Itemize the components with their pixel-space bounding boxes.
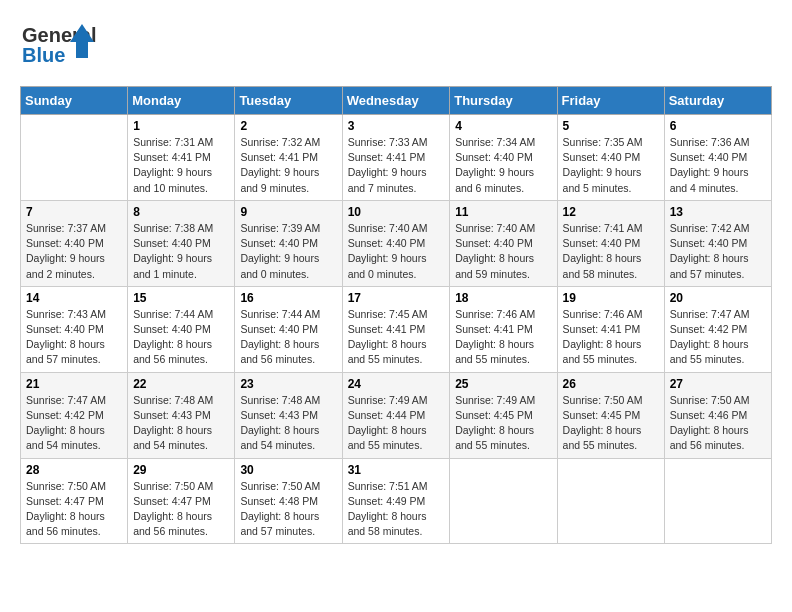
calendar-day-cell: 27Sunrise: 7:50 AMSunset: 4:46 PMDayligh… <box>664 372 771 458</box>
day-number: 12 <box>563 205 659 219</box>
day-info: Sunrise: 7:49 AMSunset: 4:45 PMDaylight:… <box>455 393 551 454</box>
day-number: 20 <box>670 291 766 305</box>
day-number: 22 <box>133 377 229 391</box>
day-info: Sunrise: 7:50 AMSunset: 4:47 PMDaylight:… <box>26 479 122 540</box>
calendar-week-row: 21Sunrise: 7:47 AMSunset: 4:42 PMDayligh… <box>21 372 772 458</box>
calendar-day-cell: 24Sunrise: 7:49 AMSunset: 4:44 PMDayligh… <box>342 372 450 458</box>
day-info: Sunrise: 7:42 AMSunset: 4:40 PMDaylight:… <box>670 221 766 282</box>
day-info: Sunrise: 7:47 AMSunset: 4:42 PMDaylight:… <box>26 393 122 454</box>
calendar-day-cell: 15Sunrise: 7:44 AMSunset: 4:40 PMDayligh… <box>128 286 235 372</box>
day-number: 30 <box>240 463 336 477</box>
day-info: Sunrise: 7:33 AMSunset: 4:41 PMDaylight:… <box>348 135 445 196</box>
page-header: GeneralBlue <box>20 20 772 70</box>
day-info: Sunrise: 7:51 AMSunset: 4:49 PMDaylight:… <box>348 479 445 540</box>
logo: GeneralBlue <box>20 20 100 70</box>
calendar-day-cell: 16Sunrise: 7:44 AMSunset: 4:40 PMDayligh… <box>235 286 342 372</box>
calendar-day-cell <box>664 458 771 544</box>
day-info: Sunrise: 7:41 AMSunset: 4:40 PMDaylight:… <box>563 221 659 282</box>
calendar-day-cell: 10Sunrise: 7:40 AMSunset: 4:40 PMDayligh… <box>342 200 450 286</box>
calendar-day-cell: 17Sunrise: 7:45 AMSunset: 4:41 PMDayligh… <box>342 286 450 372</box>
day-number: 16 <box>240 291 336 305</box>
day-info: Sunrise: 7:34 AMSunset: 4:40 PMDaylight:… <box>455 135 551 196</box>
day-number: 7 <box>26 205 122 219</box>
day-number: 6 <box>670 119 766 133</box>
calendar-day-cell <box>450 458 557 544</box>
day-info: Sunrise: 7:35 AMSunset: 4:40 PMDaylight:… <box>563 135 659 196</box>
calendar-day-cell: 19Sunrise: 7:46 AMSunset: 4:41 PMDayligh… <box>557 286 664 372</box>
day-number: 10 <box>348 205 445 219</box>
day-info: Sunrise: 7:40 AMSunset: 4:40 PMDaylight:… <box>455 221 551 282</box>
day-info: Sunrise: 7:32 AMSunset: 4:41 PMDaylight:… <box>240 135 336 196</box>
calendar-week-row: 7Sunrise: 7:37 AMSunset: 4:40 PMDaylight… <box>21 200 772 286</box>
day-number: 4 <box>455 119 551 133</box>
day-number: 15 <box>133 291 229 305</box>
calendar-day-cell: 22Sunrise: 7:48 AMSunset: 4:43 PMDayligh… <box>128 372 235 458</box>
day-of-week-header: Sunday <box>21 87 128 115</box>
day-number: 31 <box>348 463 445 477</box>
day-number: 11 <box>455 205 551 219</box>
day-number: 28 <box>26 463 122 477</box>
day-info: Sunrise: 7:46 AMSunset: 4:41 PMDaylight:… <box>455 307 551 368</box>
calendar-day-cell: 18Sunrise: 7:46 AMSunset: 4:41 PMDayligh… <box>450 286 557 372</box>
calendar-day-cell: 21Sunrise: 7:47 AMSunset: 4:42 PMDayligh… <box>21 372 128 458</box>
day-info: Sunrise: 7:39 AMSunset: 4:40 PMDaylight:… <box>240 221 336 282</box>
day-number: 21 <box>26 377 122 391</box>
day-info: Sunrise: 7:38 AMSunset: 4:40 PMDaylight:… <box>133 221 229 282</box>
day-info: Sunrise: 7:47 AMSunset: 4:42 PMDaylight:… <box>670 307 766 368</box>
calendar-day-cell: 6Sunrise: 7:36 AMSunset: 4:40 PMDaylight… <box>664 115 771 201</box>
calendar-week-row: 14Sunrise: 7:43 AMSunset: 4:40 PMDayligh… <box>21 286 772 372</box>
calendar-day-cell: 20Sunrise: 7:47 AMSunset: 4:42 PMDayligh… <box>664 286 771 372</box>
day-number: 9 <box>240 205 336 219</box>
day-number: 5 <box>563 119 659 133</box>
calendar-day-cell <box>557 458 664 544</box>
calendar-day-cell: 11Sunrise: 7:40 AMSunset: 4:40 PMDayligh… <box>450 200 557 286</box>
day-info: Sunrise: 7:48 AMSunset: 4:43 PMDaylight:… <box>240 393 336 454</box>
calendar-day-cell <box>21 115 128 201</box>
day-info: Sunrise: 7:49 AMSunset: 4:44 PMDaylight:… <box>348 393 445 454</box>
calendar-day-cell: 30Sunrise: 7:50 AMSunset: 4:48 PMDayligh… <box>235 458 342 544</box>
day-number: 2 <box>240 119 336 133</box>
day-of-week-header: Friday <box>557 87 664 115</box>
day-of-week-header: Wednesday <box>342 87 450 115</box>
calendar-day-cell: 28Sunrise: 7:50 AMSunset: 4:47 PMDayligh… <box>21 458 128 544</box>
calendar-table: SundayMondayTuesdayWednesdayThursdayFrid… <box>20 86 772 544</box>
day-number: 17 <box>348 291 445 305</box>
day-info: Sunrise: 7:46 AMSunset: 4:41 PMDaylight:… <box>563 307 659 368</box>
day-number: 1 <box>133 119 229 133</box>
day-number: 18 <box>455 291 551 305</box>
day-info: Sunrise: 7:44 AMSunset: 4:40 PMDaylight:… <box>133 307 229 368</box>
calendar-day-cell: 5Sunrise: 7:35 AMSunset: 4:40 PMDaylight… <box>557 115 664 201</box>
calendar-day-cell: 2Sunrise: 7:32 AMSunset: 4:41 PMDaylight… <box>235 115 342 201</box>
calendar-day-cell: 7Sunrise: 7:37 AMSunset: 4:40 PMDaylight… <box>21 200 128 286</box>
day-number: 8 <box>133 205 229 219</box>
calendar-day-cell: 29Sunrise: 7:50 AMSunset: 4:47 PMDayligh… <box>128 458 235 544</box>
day-info: Sunrise: 7:43 AMSunset: 4:40 PMDaylight:… <box>26 307 122 368</box>
day-number: 29 <box>133 463 229 477</box>
day-info: Sunrise: 7:50 AMSunset: 4:45 PMDaylight:… <box>563 393 659 454</box>
day-of-week-header: Monday <box>128 87 235 115</box>
day-number: 26 <box>563 377 659 391</box>
day-number: 23 <box>240 377 336 391</box>
day-info: Sunrise: 7:40 AMSunset: 4:40 PMDaylight:… <box>348 221 445 282</box>
calendar-day-cell: 4Sunrise: 7:34 AMSunset: 4:40 PMDaylight… <box>450 115 557 201</box>
calendar-day-cell: 13Sunrise: 7:42 AMSunset: 4:40 PMDayligh… <box>664 200 771 286</box>
day-number: 27 <box>670 377 766 391</box>
day-info: Sunrise: 7:50 AMSunset: 4:48 PMDaylight:… <box>240 479 336 540</box>
day-info: Sunrise: 7:36 AMSunset: 4:40 PMDaylight:… <box>670 135 766 196</box>
calendar-day-cell: 25Sunrise: 7:49 AMSunset: 4:45 PMDayligh… <box>450 372 557 458</box>
calendar-day-cell: 26Sunrise: 7:50 AMSunset: 4:45 PMDayligh… <box>557 372 664 458</box>
calendar-day-cell: 3Sunrise: 7:33 AMSunset: 4:41 PMDaylight… <box>342 115 450 201</box>
calendar-day-cell: 23Sunrise: 7:48 AMSunset: 4:43 PMDayligh… <box>235 372 342 458</box>
day-of-week-header: Thursday <box>450 87 557 115</box>
svg-text:Blue: Blue <box>22 44 65 66</box>
day-info: Sunrise: 7:50 AMSunset: 4:46 PMDaylight:… <box>670 393 766 454</box>
day-number: 13 <box>670 205 766 219</box>
day-number: 24 <box>348 377 445 391</box>
calendar-header-row: SundayMondayTuesdayWednesdayThursdayFrid… <box>21 87 772 115</box>
day-number: 3 <box>348 119 445 133</box>
calendar-day-cell: 9Sunrise: 7:39 AMSunset: 4:40 PMDaylight… <box>235 200 342 286</box>
day-info: Sunrise: 7:37 AMSunset: 4:40 PMDaylight:… <box>26 221 122 282</box>
calendar-day-cell: 14Sunrise: 7:43 AMSunset: 4:40 PMDayligh… <box>21 286 128 372</box>
calendar-day-cell: 31Sunrise: 7:51 AMSunset: 4:49 PMDayligh… <box>342 458 450 544</box>
calendar-week-row: 28Sunrise: 7:50 AMSunset: 4:47 PMDayligh… <box>21 458 772 544</box>
